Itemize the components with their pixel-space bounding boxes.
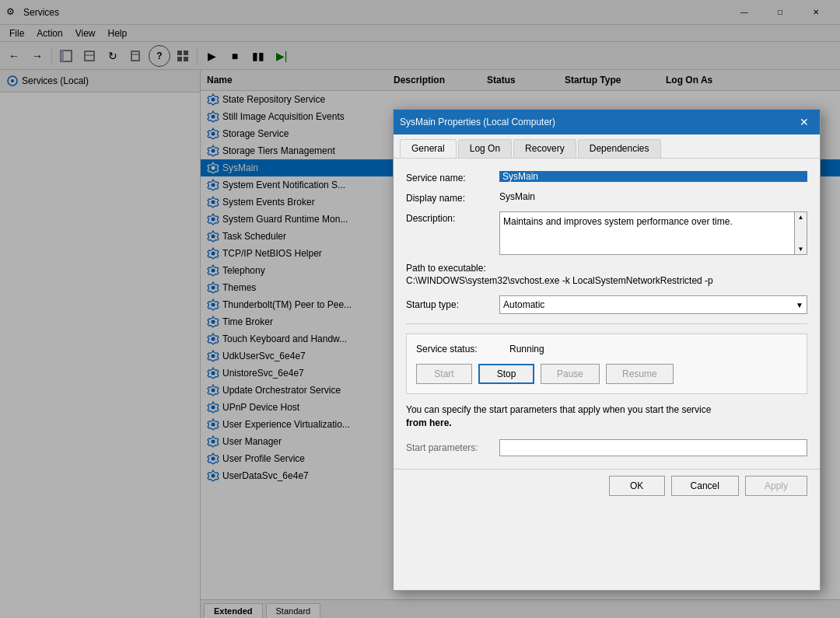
tab-logon[interactable]: Log On bbox=[458, 139, 512, 158]
display-name-value: SysMain bbox=[499, 191, 807, 202]
pause-button[interactable]: Pause bbox=[541, 364, 600, 384]
ok-button[interactable]: OK bbox=[609, 476, 665, 496]
status-value: Running bbox=[509, 344, 544, 354]
startup-type-row: Startup type: Automatic ▼ bbox=[406, 295, 807, 314]
service-control-buttons: Start Stop Pause Resume bbox=[416, 364, 797, 384]
tab-recovery[interactable]: Recovery bbox=[513, 139, 576, 158]
description-row: Description: Maintains and improves syst… bbox=[406, 211, 807, 255]
apply-button[interactable]: Apply bbox=[745, 476, 807, 496]
startup-type-label: Startup type: bbox=[406, 299, 499, 310]
path-section: Path to executable: C:\WINDOWS\system32\… bbox=[406, 263, 807, 286]
display-name-row: Display name: SysMain bbox=[406, 191, 807, 204]
path-label: Path to executable: bbox=[406, 263, 807, 274]
path-value: C:\WINDOWS\system32\svchost.exe -k Local… bbox=[406, 275, 807, 286]
dialog-tabs: General Log On Recovery Dependencies bbox=[394, 134, 820, 159]
start-button[interactable]: Start bbox=[416, 364, 472, 384]
service-name-row: Service name: SysMain bbox=[406, 171, 807, 183]
hint-line1: You can specify the start parameters tha… bbox=[406, 404, 711, 415]
cancel-button[interactable]: Cancel bbox=[671, 476, 739, 496]
dialog-actions: OK Cancel Apply bbox=[394, 469, 820, 505]
dialog-title: SysMain Properties (Local Computer) bbox=[400, 117, 795, 127]
description-value[interactable]: Maintains and improves system performanc… bbox=[499, 211, 795, 255]
dialog-titlebar: SysMain Properties (Local Computer) ✕ bbox=[394, 110, 820, 134]
tab-general[interactable]: General bbox=[400, 139, 457, 158]
status-section: Service status: Running Start Stop Pause… bbox=[406, 333, 807, 394]
status-row: Service status: Running bbox=[416, 344, 797, 354]
hint-line2: from here. bbox=[406, 417, 452, 428]
chevron-down-icon: ▼ bbox=[796, 301, 803, 309]
params-label: Start parameters: bbox=[406, 442, 499, 453]
description-scrollbar: ▲ ▼ bbox=[795, 211, 807, 255]
service-name-label: Service name: bbox=[406, 171, 499, 183]
params-row: Start parameters: bbox=[406, 439, 807, 456]
stop-button[interactable]: Stop bbox=[478, 364, 534, 384]
service-name-value: SysMain bbox=[499, 171, 807, 182]
dialog-body: Service name: SysMain Display name: SysM… bbox=[394, 159, 820, 469]
scrollbar-down[interactable]: ▼ bbox=[796, 244, 806, 254]
separator-1 bbox=[406, 323, 807, 324]
startup-type-select[interactable]: Automatic ▼ bbox=[499, 295, 807, 314]
description-label: Description: bbox=[406, 211, 499, 224]
display-name-label: Display name: bbox=[406, 191, 499, 204]
modal-overlay: SysMain Properties (Local Computer) ✕ Ge… bbox=[0, 0, 840, 618]
scrollbar-up[interactable]: ▲ bbox=[796, 212, 806, 222]
description-scroll: Maintains and improves system performanc… bbox=[499, 211, 807, 255]
resume-button[interactable]: Resume bbox=[606, 364, 674, 384]
params-input[interactable] bbox=[499, 439, 807, 456]
properties-dialog: SysMain Properties (Local Computer) ✕ Ge… bbox=[393, 109, 821, 591]
tab-dependencies[interactable]: Dependencies bbox=[578, 139, 661, 158]
hint-text: You can specify the start parameters tha… bbox=[406, 403, 807, 430]
dialog-close-button[interactable]: ✕ bbox=[795, 113, 814, 131]
status-label: Service status: bbox=[416, 344, 509, 354]
startup-type-value: Automatic bbox=[503, 299, 544, 310]
